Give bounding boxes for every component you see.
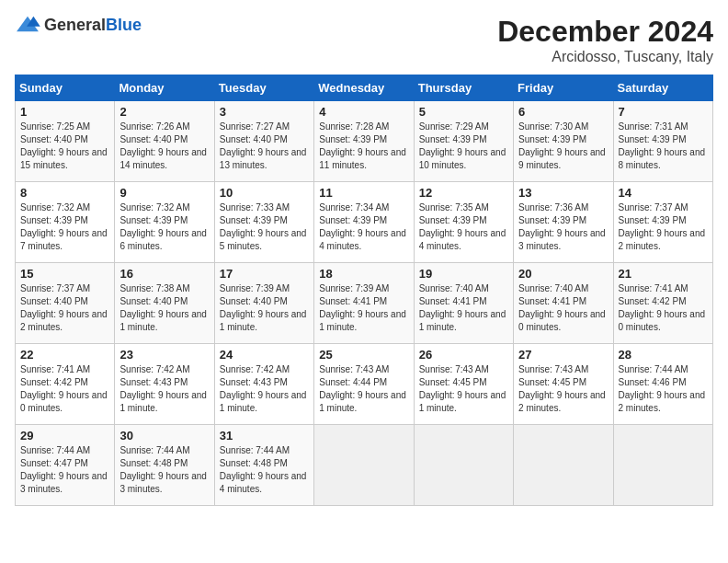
day-number: 18 bbox=[319, 267, 408, 281]
day-info: Sunrise: 7:28 AMSunset: 4:39 PMDaylight:… bbox=[319, 121, 406, 170]
day-number: 20 bbox=[518, 267, 608, 281]
day-info: Sunrise: 7:35 AMSunset: 4:39 PMDaylight:… bbox=[419, 202, 506, 251]
calendar-body: 1 Sunrise: 7:25 AMSunset: 4:40 PMDayligh… bbox=[16, 101, 713, 506]
calendar-cell: 25 Sunrise: 7:43 AMSunset: 4:44 PMDaylig… bbox=[314, 344, 414, 425]
calendar-row: 15 Sunrise: 7:37 AMSunset: 4:40 PMDaylig… bbox=[16, 263, 713, 344]
calendar-cell: 21 Sunrise: 7:41 AMSunset: 4:42 PMDaylig… bbox=[613, 263, 712, 344]
day-number: 29 bbox=[20, 429, 109, 442]
day-info: Sunrise: 7:26 AMSunset: 4:40 PMDaylight:… bbox=[119, 121, 207, 170]
day-info: Sunrise: 7:34 AMSunset: 4:39 PMDaylight:… bbox=[319, 202, 406, 251]
calendar-cell: 14 Sunrise: 7:37 AMSunset: 4:39 PMDaylig… bbox=[613, 182, 712, 263]
day-info: Sunrise: 7:42 AMSunset: 4:43 PMDaylight:… bbox=[119, 364, 207, 413]
calendar-cell: 19 Sunrise: 7:40 AMSunset: 4:41 PMDaylig… bbox=[414, 263, 513, 344]
title-area: December 2024 Arcidosso, Tuscany, Italy bbox=[497, 15, 713, 65]
col-wednesday: Wednesday bbox=[314, 75, 414, 101]
calendar-cell: 23 Sunrise: 7:42 AMSunset: 4:43 PMDaylig… bbox=[115, 344, 214, 425]
calendar-row: 29 Sunrise: 7:44 AMSunset: 4:47 PMDaylig… bbox=[16, 425, 713, 506]
calendar-cell: 2 Sunrise: 7:26 AMSunset: 4:40 PMDayligh… bbox=[115, 101, 214, 182]
calendar-cell bbox=[414, 425, 513, 506]
col-thursday: Thursday bbox=[414, 75, 513, 101]
day-info: Sunrise: 7:27 AMSunset: 4:40 PMDaylight:… bbox=[220, 121, 307, 170]
day-info: Sunrise: 7:43 AMSunset: 4:45 PMDaylight:… bbox=[518, 364, 606, 413]
day-info: Sunrise: 7:43 AMSunset: 4:44 PMDaylight:… bbox=[319, 364, 406, 413]
day-info: Sunrise: 7:38 AMSunset: 4:40 PMDaylight:… bbox=[119, 283, 207, 332]
day-number: 25 bbox=[319, 348, 408, 362]
day-info: Sunrise: 7:44 AMSunset: 4:48 PMDaylight:… bbox=[220, 445, 307, 494]
header-row: Sunday Monday Tuesday Wednesday Thursday… bbox=[16, 75, 713, 101]
day-info: Sunrise: 7:40 AMSunset: 4:41 PMDaylight:… bbox=[518, 283, 606, 332]
calendar-cell: 24 Sunrise: 7:42 AMSunset: 4:43 PMDaylig… bbox=[214, 344, 313, 425]
day-number: 28 bbox=[619, 348, 708, 362]
month-title: December 2024 bbox=[497, 15, 713, 49]
calendar-row: 1 Sunrise: 7:25 AMSunset: 4:40 PMDayligh… bbox=[16, 101, 713, 182]
day-number: 4 bbox=[319, 105, 408, 119]
calendar-cell: 16 Sunrise: 7:38 AMSunset: 4:40 PMDaylig… bbox=[115, 263, 214, 344]
day-info: Sunrise: 7:41 AMSunset: 4:42 PMDaylight:… bbox=[619, 283, 706, 332]
day-info: Sunrise: 7:36 AMSunset: 4:39 PMDaylight:… bbox=[518, 202, 606, 251]
day-number: 2 bbox=[119, 105, 209, 119]
day-number: 23 bbox=[119, 348, 209, 362]
calendar-cell: 18 Sunrise: 7:39 AMSunset: 4:41 PMDaylig… bbox=[314, 263, 414, 344]
day-number: 26 bbox=[419, 348, 508, 362]
calendar-cell: 12 Sunrise: 7:35 AMSunset: 4:39 PMDaylig… bbox=[414, 182, 513, 263]
calendar-cell: 10 Sunrise: 7:33 AMSunset: 4:39 PMDaylig… bbox=[214, 182, 313, 263]
calendar-row: 22 Sunrise: 7:41 AMSunset: 4:42 PMDaylig… bbox=[16, 344, 713, 425]
calendar-cell: 3 Sunrise: 7:27 AMSunset: 4:40 PMDayligh… bbox=[214, 101, 313, 182]
day-number: 17 bbox=[220, 267, 309, 281]
calendar-cell: 22 Sunrise: 7:41 AMSunset: 4:42 PMDaylig… bbox=[16, 344, 115, 425]
calendar-cell: 29 Sunrise: 7:44 AMSunset: 4:47 PMDaylig… bbox=[16, 425, 115, 506]
day-number: 7 bbox=[619, 105, 708, 119]
day-info: Sunrise: 7:43 AMSunset: 4:45 PMDaylight:… bbox=[419, 364, 506, 413]
day-number: 3 bbox=[220, 105, 309, 119]
day-info: Sunrise: 7:42 AMSunset: 4:43 PMDaylight:… bbox=[220, 364, 307, 413]
calendar-table: Sunday Monday Tuesday Wednesday Thursday… bbox=[15, 75, 713, 506]
header: GeneralBlue December 2024 Arcidosso, Tus… bbox=[15, 15, 713, 65]
day-info: Sunrise: 7:44 AMSunset: 4:46 PMDaylight:… bbox=[619, 364, 706, 413]
day-number: 12 bbox=[419, 186, 508, 200]
calendar-cell: 7 Sunrise: 7:31 AMSunset: 4:39 PMDayligh… bbox=[613, 101, 712, 182]
logo-icon bbox=[15, 15, 40, 35]
day-number: 16 bbox=[119, 267, 209, 281]
col-friday: Friday bbox=[514, 75, 613, 101]
logo-text: GeneralBlue bbox=[44, 16, 142, 35]
day-info: Sunrise: 7:39 AMSunset: 4:41 PMDaylight:… bbox=[319, 283, 406, 332]
calendar-cell bbox=[314, 425, 414, 506]
calendar-cell: 31 Sunrise: 7:44 AMSunset: 4:48 PMDaylig… bbox=[214, 425, 313, 506]
calendar-cell bbox=[514, 425, 613, 506]
day-info: Sunrise: 7:41 AMSunset: 4:42 PMDaylight:… bbox=[20, 364, 108, 413]
calendar-cell: 30 Sunrise: 7:44 AMSunset: 4:48 PMDaylig… bbox=[115, 425, 214, 506]
calendar-cell: 9 Sunrise: 7:32 AMSunset: 4:39 PMDayligh… bbox=[115, 182, 214, 263]
col-tuesday: Tuesday bbox=[214, 75, 313, 101]
day-number: 6 bbox=[518, 105, 608, 119]
col-monday: Monday bbox=[115, 75, 214, 101]
col-sunday: Sunday bbox=[16, 75, 115, 101]
day-number: 5 bbox=[419, 105, 508, 119]
day-info: Sunrise: 7:44 AMSunset: 4:48 PMDaylight:… bbox=[119, 445, 207, 494]
day-number: 9 bbox=[119, 186, 209, 200]
day-info: Sunrise: 7:37 AMSunset: 4:40 PMDaylight:… bbox=[20, 283, 108, 332]
day-number: 30 bbox=[119, 429, 209, 442]
location-title: Arcidosso, Tuscany, Italy bbox=[497, 49, 713, 65]
day-info: Sunrise: 7:40 AMSunset: 4:41 PMDaylight:… bbox=[419, 283, 506, 332]
day-info: Sunrise: 7:33 AMSunset: 4:39 PMDaylight:… bbox=[220, 202, 307, 251]
calendar-row: 8 Sunrise: 7:32 AMSunset: 4:39 PMDayligh… bbox=[16, 182, 713, 263]
day-number: 19 bbox=[419, 267, 508, 281]
day-number: 13 bbox=[518, 186, 608, 200]
day-number: 22 bbox=[20, 348, 109, 362]
day-number: 1 bbox=[20, 105, 109, 119]
day-number: 24 bbox=[220, 348, 309, 362]
day-number: 27 bbox=[518, 348, 608, 362]
day-number: 11 bbox=[319, 186, 408, 200]
calendar-cell: 1 Sunrise: 7:25 AMSunset: 4:40 PMDayligh… bbox=[16, 101, 115, 182]
day-info: Sunrise: 7:30 AMSunset: 4:39 PMDaylight:… bbox=[518, 121, 606, 170]
logo: GeneralBlue bbox=[15, 15, 142, 35]
day-number: 21 bbox=[619, 267, 708, 281]
day-number: 8 bbox=[20, 186, 109, 200]
calendar-cell: 8 Sunrise: 7:32 AMSunset: 4:39 PMDayligh… bbox=[16, 182, 115, 263]
day-info: Sunrise: 7:29 AMSunset: 4:39 PMDaylight:… bbox=[419, 121, 506, 170]
day-info: Sunrise: 7:39 AMSunset: 4:40 PMDaylight:… bbox=[220, 283, 307, 332]
day-info: Sunrise: 7:25 AMSunset: 4:40 PMDaylight:… bbox=[20, 121, 108, 170]
calendar-cell: 5 Sunrise: 7:29 AMSunset: 4:39 PMDayligh… bbox=[414, 101, 513, 182]
calendar-cell: 13 Sunrise: 7:36 AMSunset: 4:39 PMDaylig… bbox=[514, 182, 613, 263]
day-info: Sunrise: 7:32 AMSunset: 4:39 PMDaylight:… bbox=[119, 202, 207, 251]
